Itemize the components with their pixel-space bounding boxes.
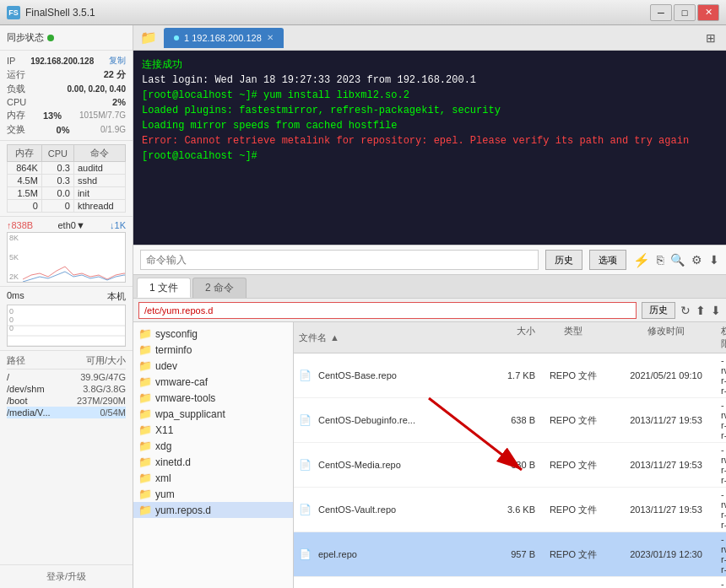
col-cmd-header: 命令	[73, 145, 125, 162]
dir-tree-item[interactable]: 📁udev	[133, 358, 293, 374]
col-mem-header: 内存	[8, 145, 42, 162]
dir-tree-item[interactable]: 📁vmware-tools	[133, 390, 293, 406]
dir-tree-item[interactable]: 📁vmware-caf	[133, 374, 293, 390]
file-row[interactable]: 📄 epel.repo 957 B REPO 文件 2023/01/19 12:…	[294, 532, 726, 577]
graph-y-labels: 8K 5K 2K	[8, 233, 20, 282]
file-list: 📄 CentOS-Base.repo 1.7 KB REPO 文件 2021/0…	[294, 353, 726, 588]
maximize-button[interactable]: □	[674, 4, 696, 21]
disk-path-header: 路径	[7, 354, 25, 367]
dir-tree-item[interactable]: 📁wpa_supplicant	[133, 406, 293, 422]
tab-bar: 📁 1 192.168.200.128 ✕ ⊞	[133, 25, 726, 51]
file-row[interactable]: 📄 CentOS-Debuginfo.re... 638 B REPO 文件 2…	[294, 398, 726, 443]
file-browser: 历史 ↻ ⬆ ⬇ 📁sysconfig📁terminfo📁udev📁vmware…	[133, 299, 726, 588]
memory-pct: 13%	[43, 111, 62, 121]
file-row[interactable]: 📄 CentOS-Media.repo 630 B REPO 文件 2013/1…	[294, 443, 726, 488]
lightning-icon[interactable]: ⚡	[633, 252, 650, 268]
command-input-bar: 历史 选项 ⚡ ⎘ 🔍 ⚙ ⬇	[133, 245, 726, 275]
network-graph: 8K 5K 2K	[7, 232, 126, 283]
dir-tree-item[interactable]: 📁sysconfig	[133, 326, 293, 342]
settings-icon[interactable]: ⚙	[691, 253, 702, 267]
minimize-button[interactable]: ─	[650, 4, 672, 21]
dir-tree-item[interactable]: 📁xdg	[133, 438, 293, 454]
folder-icon-button[interactable]: 📁	[137, 28, 160, 48]
file-tab-1[interactable]: 1 文件	[137, 278, 191, 298]
load-value: 0.00, 0.20, 0.40	[67, 84, 126, 94]
system-info-section: IP 192.168.200.128 复制 运行 22 分 负载 0.00, 0…	[0, 51, 133, 141]
copy-button[interactable]: 复制	[109, 55, 126, 67]
login-button[interactable]: 登录/升级	[0, 564, 133, 588]
sync-label: 同步状态	[7, 31, 44, 44]
main-layout: 同步状态 IP 192.168.200.128 复制 运行 22 分 负载 0.…	[0, 25, 726, 588]
file-row[interactable]: 📄 CentOS-Vault.repo 3.6 KB REPO 文件 2013/…	[294, 488, 726, 532]
net-up-label: ↑838B	[7, 220, 33, 230]
file-row[interactable]: 📄 CentOS-Base.repo 1.7 KB REPO 文件 2021/0…	[294, 353, 726, 398]
disk-list: /39.9G/47G/dev/shm3.8G/3.8G/boot237M/290…	[7, 371, 126, 418]
sort-icon[interactable]: ▲	[330, 332, 339, 343]
session-tab[interactable]: 1 192.168.200.128 ✕	[164, 28, 284, 48]
search-icon[interactable]: 🔍	[670, 253, 685, 267]
col-type-header: 类型	[535, 325, 611, 350]
terminal-line: 连接成功	[142, 57, 718, 73]
swap-label: 交换	[7, 123, 25, 136]
title-bar: FS FinalShell 3.5.1 ─ □ ✕	[0, 0, 726, 25]
dir-tree-item[interactable]: 📁yum.repos.d	[133, 502, 293, 518]
col-filename-header: 文件名 ▲	[299, 325, 468, 350]
option-button[interactable]: 选项	[589, 250, 626, 270]
copy-icon[interactable]: ⎘	[657, 253, 664, 267]
grid-view-button[interactable]: ⊞	[699, 28, 723, 48]
process-table: 内存 CPU 命令 864K0.3auditd4.5M0.3sshd1.5M0.…	[7, 144, 126, 213]
load-label: 负载	[7, 83, 25, 95]
directory-tree: 📁sysconfig📁terminfo📁udev📁vmware-caf📁vmwa…	[133, 322, 294, 588]
net-interface: eth0▼	[57, 220, 84, 230]
process-row: 1.5M0.0init	[8, 187, 126, 200]
download-terminal-icon[interactable]: ⬇	[709, 253, 719, 267]
dir-tree-item[interactable]: 📁terminfo	[133, 342, 293, 358]
file-list-area: 文件名 ▲ 大小 类型 修改时间 权限 📄 CentOS-Base.repo 1…	[294, 322, 726, 588]
ip-value: 192.168.200.128	[30, 57, 94, 66]
sync-indicator	[47, 35, 54, 41]
network-graph-svg	[23, 233, 126, 282]
swap-size: 0/1.9G	[100, 125, 126, 134]
terminal-output: 连接成功Last login: Wed Jan 18 19:27:33 2023…	[133, 51, 726, 245]
disk-section: 路径 可用/大小 /39.9G/47G/dev/shm3.8G/3.8G/boo…	[0, 351, 133, 564]
sidebar: 同步状态 IP 192.168.200.128 复制 运行 22 分 负载 0.…	[0, 25, 133, 588]
cpu-value: 2%	[112, 97, 126, 107]
terminal-line: Loading mirror speeds from cached hostfi…	[142, 118, 718, 133]
download-icon[interactable]: ⬇	[711, 304, 721, 317]
file-tab-2[interactable]: 2 命令	[192, 278, 247, 298]
close-button[interactable]: ✕	[697, 4, 719, 21]
process-row: 864K0.3auditd	[8, 162, 126, 175]
col-size-header: 大小	[468, 325, 535, 350]
col-cpu-header: CPU	[41, 145, 73, 162]
command-input[interactable]	[140, 250, 539, 270]
disk-row: /39.9G/47G	[7, 371, 126, 383]
upload-icon[interactable]: ⬆	[696, 304, 706, 317]
net-down-label: ↓1K	[110, 220, 126, 230]
file-content: 📁sysconfig📁terminfo📁udev📁vmware-caf📁vmwa…	[133, 322, 726, 588]
tab-label: 1 192.168.200.128	[184, 33, 262, 43]
disk-row: /dev/shm3.8G/3.8G	[7, 383, 126, 395]
refresh-icon[interactable]: ↻	[680, 304, 691, 317]
terminal-line: Error: Cannot retrieve metalink for repo…	[142, 133, 718, 148]
ping-section: 0ms 本机 000	[0, 287, 133, 351]
ping-graph-svg	[8, 305, 125, 346]
history-button[interactable]: 历史	[545, 250, 582, 270]
terminal-line: Loaded plugins: fastestmirror, refresh-p…	[142, 103, 718, 118]
path-history-button[interactable]: 历史	[642, 302, 675, 319]
dir-tree-item[interactable]: 📁yum	[133, 486, 293, 502]
ip-label: IP	[7, 56, 15, 66]
dir-tree-item[interactable]: 📁X11	[133, 422, 293, 438]
network-section: ↑838B eth0▼ ↓1K 8K 5K 2K	[0, 217, 133, 287]
dir-tree-item[interactable]: 📁xml	[133, 470, 293, 486]
ping-host: 本机	[107, 290, 126, 303]
terminal-line: Last login: Wed Jan 18 19:27:33 2023 fro…	[142, 73, 718, 88]
terminal-line: [root@localhost ~]# yum install libxml2.…	[142, 88, 718, 103]
memory-size: 1015M/7.7G	[79, 111, 126, 120]
swap-pct: 0%	[57, 125, 70, 135]
path-input[interactable]	[138, 302, 637, 319]
file-row[interactable]: 📄 epel-testing.repo 1 KB REPO 文件 2012/11…	[294, 577, 726, 588]
dir-tree-item[interactable]: 📁xinetd.d	[133, 454, 293, 470]
app-icon: FS	[7, 6, 20, 19]
tab-close-button[interactable]: ✕	[267, 33, 274, 42]
disk-size-header: 可用/大小	[86, 354, 126, 367]
